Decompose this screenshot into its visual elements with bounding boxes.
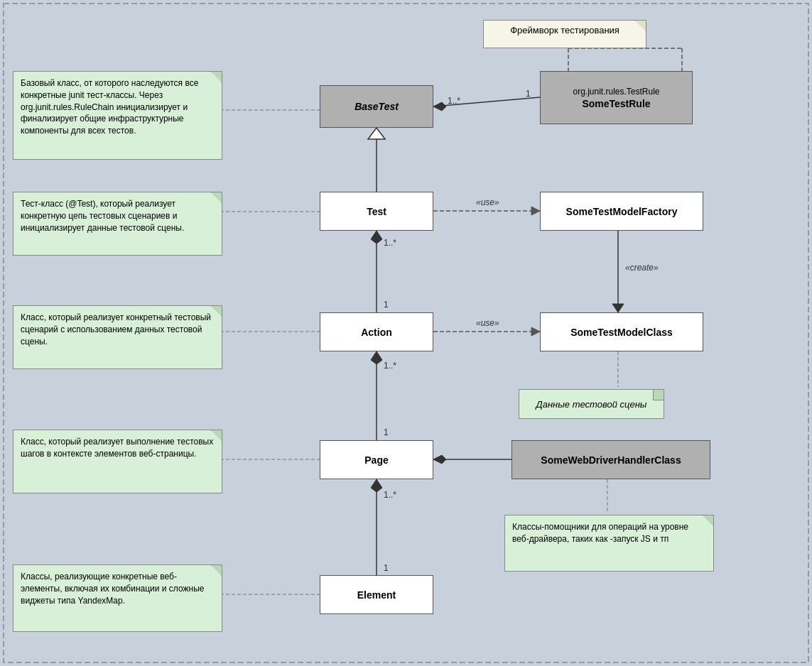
mult-action-page-star: 1..*	[384, 361, 396, 371]
webdriver-note: Классы-помощники для операций на уровне …	[504, 515, 714, 572]
diagram-container: Фреймворк тестирования BaseTest org.juni…	[0, 0, 812, 666]
svg-marker-17	[612, 304, 624, 312]
svg-marker-7	[368, 128, 385, 139]
somewebdriverhandlerclass-class: SomeWebDriverHandlerClass	[511, 440, 710, 479]
data-note: Данные тестовой сцены	[519, 389, 664, 419]
mult-basetest-sometestrule-star: 1..*	[448, 96, 460, 106]
basetest-class: BaseTest	[320, 85, 433, 128]
sometestrule-name: SomeTestRule	[582, 98, 650, 109]
svg-marker-22	[433, 455, 446, 464]
page-class: Page	[320, 440, 433, 479]
mult-test-action-1: 1	[384, 300, 389, 310]
svg-marker-10	[531, 207, 540, 215]
element-class: Element	[320, 575, 433, 614]
test-class: Test	[320, 192, 433, 231]
mult-action-page-1: 1	[384, 427, 389, 437]
svg-marker-19	[371, 351, 382, 364]
sometestmodelclass-class: SomeTestModelClass	[540, 312, 703, 351]
mult-test-action-star: 1..*	[384, 238, 396, 248]
mult-page-element-star: 1..*	[384, 490, 396, 500]
sometestmodelfactory-class: SomeTestModelFactory	[540, 192, 703, 231]
sometestrule-class: org.junit.rules.TestRule SomeTestRule	[540, 71, 693, 124]
page-note: Класс, который реализует выполнение тест…	[13, 430, 222, 493]
mult-page-element-1: 1	[384, 563, 389, 573]
svg-marker-27	[371, 479, 382, 492]
framework-note: Фреймворк тестирования	[483, 20, 646, 48]
use-label-test-factory: «use»	[476, 197, 499, 207]
svg-marker-5	[433, 102, 446, 111]
action-class: Action	[320, 312, 433, 351]
test-note: Тест-класс (@Test), который реализует ко…	[13, 192, 222, 256]
create-label: «create»	[625, 263, 659, 273]
svg-marker-12	[371, 231, 382, 244]
basetest-note: Базовый класс, от которого наследуются в…	[13, 71, 222, 160]
use-label-action-model: «use»	[476, 318, 499, 328]
element-note: Классы, реализующие конкретные веб-элеме…	[13, 564, 222, 632]
action-note: Класс, который реализует конкретный тест…	[13, 305, 222, 369]
svg-marker-15	[531, 327, 540, 336]
mult-basetest-sometestrule-1: 1	[526, 89, 531, 99]
sometestrule-stereotype: org.junit.rules.TestRule	[573, 87, 659, 97]
